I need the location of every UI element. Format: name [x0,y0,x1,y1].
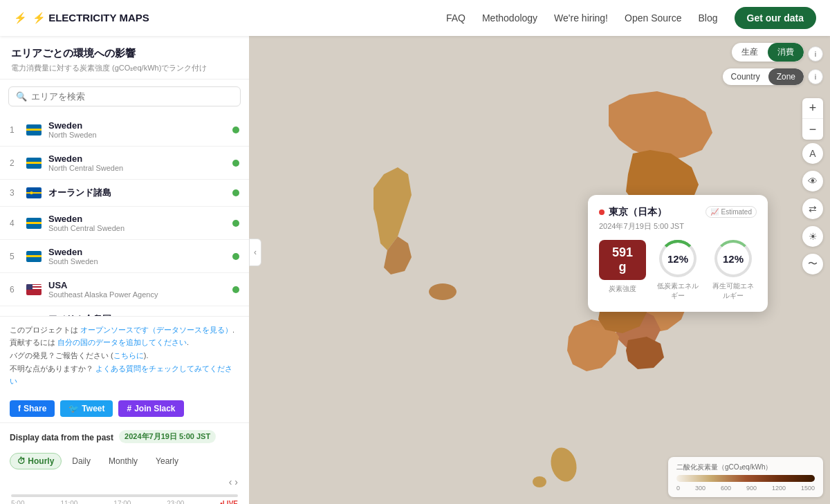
zone-rank: 5 [10,252,19,261]
country-zone-toggle: Country Zone [723,68,804,85]
zoom-controls: + − [802,98,823,140]
legend-label-600: 600 [721,485,731,492]
renewable-label: 再生可能エネルギー [710,281,757,301]
tooltip-title: 東京（日本） [599,206,667,218]
time-label-4: 23:00 [167,500,184,504]
footer-line3: 不明な点がありますか？ よくある質問をチェックしてみてください [10,362,239,388]
zoom-in-button[interactable]: + [802,98,823,119]
language-tool[interactable]: A [802,143,823,164]
zoom-out-button[interactable]: − [802,119,823,140]
time-label-1: 5:00 [11,500,24,504]
legend-label-900: 900 [746,485,757,492]
share-button[interactable]: f Share [10,400,55,417]
panel-header: エリアごとの環境への影響 電力消費量に対する炭素強度 (gCO₂eq/kWh)で… [0,36,249,80]
get-data-button[interactable]: Get our data [735,7,816,29]
hiring-link[interactable]: We're hiring! [554,12,608,24]
zone-item[interactable]: 6 USA Southeast Alaska Power Agency [0,273,249,306]
wind-icon: 〜 [808,258,818,270]
production-button[interactable]: 生産 [732,43,768,62]
layers-tool[interactable]: 👁 [802,171,823,192]
zone-name: オーランド諸島 [48,187,225,199]
zone-item[interactable]: 4 Sweden South Central Sweden [0,207,249,240]
bug-report-link[interactable]: こちらに [113,351,144,360]
zone-flag [26,218,42,229]
tooltip-date: 2024年7月19日 5:00 JST [599,221,757,232]
consumption-button[interactable]: 消費 [768,43,804,62]
faq-footer-link[interactable]: よくある質問をチェックしてみてください [10,364,232,386]
tab-daily[interactable]: Daily [64,453,98,469]
prev-arrow[interactable]: ‹ [229,476,232,487]
zone-sub: Southeast Alaska Power Agency [48,290,225,299]
layers-icon: 👁 [808,176,818,187]
slack-button[interactable]: # Join Slack [118,400,183,417]
zone-info: Sweden North Sweden [48,120,225,139]
timeline-bar[interactable] [11,494,238,497]
contribute-link[interactable]: 自分の国のデータを追加してください [57,338,187,346]
timeline-nav: ‹ › [11,476,238,487]
search-icon: 🔍 [16,91,27,102]
country-button[interactable]: Country [723,68,768,85]
info-icon: i [815,50,816,58]
opensource-link[interactable]: Open Source [625,12,682,24]
zone-item[interactable]: 1 Sweden North Sweden [0,113,249,147]
zone-sub: North Sweden [48,131,225,139]
zone-item[interactable]: 2 Sweden North Central Sweden [0,147,249,180]
map-tools: A 👁 ⇄ ☀ 〜 [802,143,823,274]
faq-link[interactable]: FAQ [446,12,465,24]
methodology-link[interactable]: Methodology [482,12,537,24]
twitter-icon: 🐦 [68,404,79,413]
zone-button[interactable]: Zone [768,68,804,85]
zone-list: 1 Sweden North Sweden 2 Sweden North Cen… [0,113,249,316]
zone-item[interactable]: 3 オーランド諸島 [0,180,249,207]
blog-link[interactable]: Blog [699,12,718,24]
panel-collapse-button[interactable]: ‹ [249,239,261,266]
carbon-value: 591 g [599,240,646,280]
info-icon-2: i [815,73,816,81]
zone-item[interactable]: 5 Sweden South Sweden [0,240,249,273]
renewable-metric: 12% 再生可能エネルギー [710,240,757,301]
green-indicator [232,220,239,227]
carbon-label: 炭素強度 [609,284,636,294]
flow-tool[interactable]: ⇄ [802,198,823,219]
legend-label-1200: 1200 [772,485,786,492]
sun-tool[interactable]: ☀ [802,226,823,247]
tab-monthly[interactable]: Monthly [101,453,145,469]
green-indicator [232,286,239,293]
wind-tool[interactable]: 〜 [802,254,823,274]
search-input[interactable] [31,91,233,102]
map-area: 生産 消費 i Country Zone i + − A 👁 [249,36,830,504]
map-tooltip: 東京（日本） 📈 Estimated 2024年7月19日 5:00 JST 5… [588,195,768,312]
footer-line1: このプロジェクトは オープンソースです（データソースを見る）. 貢献するには 自… [10,324,239,349]
zone-info: オーランド諸島 [48,187,225,199]
zone-item[interactable]: 7 アメリカ合衆国 Alcoa Power Generating [0,306,249,316]
tooltip-metrics: 591 g 炭素強度 12% 低炭素エネルギー 12% 再生可能エネルギー [599,240,757,301]
panel-footer: このプロジェクトは オープンソースです（データソースを見る）. 貢献するには 自… [0,316,249,395]
search-box[interactable]: 🔍 [8,86,241,106]
date-badge: 2024年7月19日 5:00 JST [119,430,216,443]
view-info-button[interactable]: i [808,69,823,84]
zone-sub: South Sweden [48,257,225,265]
next-arrow[interactable]: › [234,476,238,487]
low-carbon-metric: 12% 低炭素エネルギー [654,240,701,301]
legend-labels: 0 300 600 900 1200 1500 [676,485,815,492]
time-label-3: 17:00 [113,500,131,504]
zone-rank: 3 [10,188,19,198]
renewable-circle: 12% [714,240,752,277]
panel-title: エリアごとの環境への影響 [11,47,238,60]
map-controls: 生産 消費 i Country Zone i [723,43,823,85]
tweet-button[interactable]: 🐦 Tweet [60,400,113,417]
green-indicator [232,160,239,167]
timeline: ‹ › 5:00 11:00 17:00 23:00 •LIVE [11,476,238,497]
opensource-link[interactable]: オープンソースです（データソースを見る） [80,326,232,334]
zone-flag [26,158,42,169]
social-buttons: f Share 🐦 Tweet # Join Slack [0,395,249,422]
tab-yearly[interactable]: Yearly [148,453,186,469]
legend-gradient [676,475,815,482]
tab-hourly[interactable]: ⏱ Hourly [10,453,62,469]
low-carbon-circle: 12% [659,240,697,277]
display-label: Display data from the past [10,433,113,442]
zone-rank: 6 [10,285,19,295]
zone-info: Sweden North Central Sweden [48,153,225,172]
zone-rank: 2 [10,158,19,168]
mode-info-button[interactable]: i [808,46,823,62]
